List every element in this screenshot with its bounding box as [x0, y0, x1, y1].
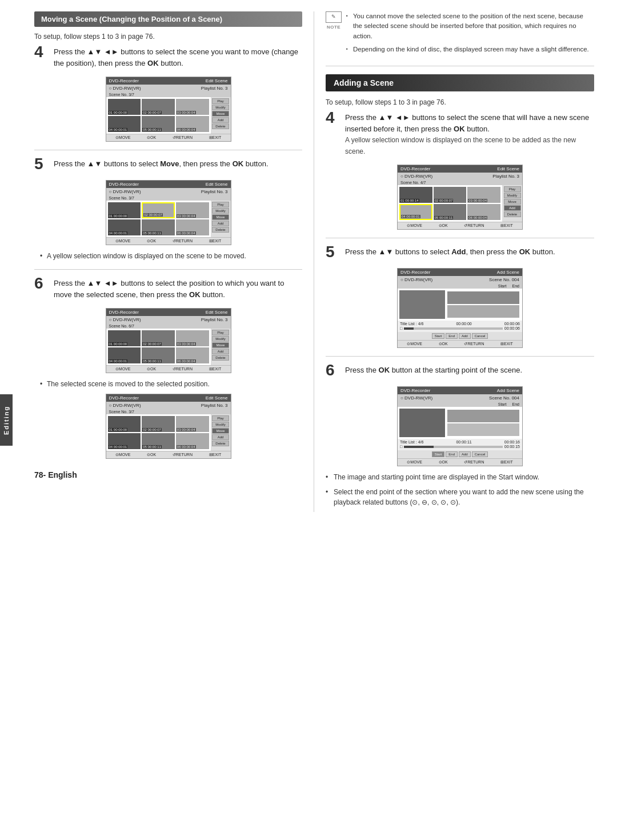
thumb3: 03 00:00:04 — [176, 99, 209, 115]
btn-cancel2[interactable]: Cancel — [472, 451, 488, 457]
screen2-sub: ○ DVD-RW(VR) Playlist No. 3 — [106, 188, 231, 195]
left-section-header-text: Moving a Scene (Changing the Position of… — [41, 15, 222, 23]
btn-end2[interactable]: End — [446, 451, 458, 457]
btn-add2[interactable]: Add — [459, 451, 471, 457]
left-step4-number: 4 — [34, 44, 50, 60]
thumb2: 02 00:00:07 — [142, 99, 175, 115]
right-step4: 4 Press the ▲▼ ◄► buttons to select the … — [326, 112, 594, 157]
left-step6-text: Press the ▲▼ ◄► buttons to select the po… — [54, 278, 302, 300]
screen2-footer: ⊙MOVE ⊙OK ↺RETURN ⊞EXIT — [106, 237, 231, 245]
add-scene-screen1: DVD-Recorder Add Scene ○ DVD-RW(VR) Scen… — [397, 268, 523, 348]
note-icon-container: ✎ NOTE — [326, 11, 342, 31]
right-step4-number: 4 — [326, 110, 342, 126]
right-divider2 — [326, 238, 594, 238]
left-step5-number: 5 — [34, 156, 50, 172]
btn-delete: Delete — [212, 123, 229, 129]
right-setup-text: To setup, follow steps 1 to 3 in page 76… — [326, 98, 594, 106]
right-divider3 — [326, 356, 594, 357]
btn-move: Move — [212, 111, 229, 117]
left-bullet2: The selected scene is moved to the selec… — [40, 379, 302, 389]
editing-tab: Editing — [0, 394, 13, 446]
btn-cancel1[interactable]: Cancel — [472, 333, 488, 339]
progress-bar1 — [404, 327, 503, 330]
btn-end1[interactable]: End — [446, 333, 458, 339]
thumb6: 06 00:00:04 — [176, 116, 209, 132]
add-scene-screen2: DVD-Recorder Add Scene ○ DVD-RW(VR) Scen… — [397, 386, 523, 466]
right-step4-sub: A yellow selection window is displayed o… — [345, 136, 576, 155]
right-step5: 5 Press the ▲▼ buttons to select Add, th… — [326, 246, 594, 260]
btn-add: Add — [212, 117, 229, 123]
btn-start1[interactable]: Start — [432, 333, 445, 339]
adding-scene-header-text: Adding a Scene — [334, 78, 394, 87]
screen2-header: DVD-Recorder Edit Scene — [106, 181, 231, 188]
side-tab-label: Editing — [3, 405, 10, 434]
divider2 — [34, 269, 302, 270]
right-divider1 — [326, 66, 594, 66]
btn-add1[interactable]: Add — [459, 333, 471, 339]
right-step6: 6 Press the OK button at the starting po… — [326, 365, 594, 378]
page-number: 78- English — [34, 470, 77, 479]
screen1-sub: ○ DVD-RW(VR) Playlist No. 3 — [106, 85, 231, 92]
note-label: NOTE — [326, 24, 342, 31]
add-thumb-main — [399, 290, 445, 319]
left-step6: 6 Press the ▲▼ ◄► buttons to select the … — [34, 278, 302, 300]
add-thumb-main2 — [399, 409, 445, 437]
left-step4-text: Press the ▲▼ ◄► buttons to select the sc… — [54, 46, 302, 69]
right-step4-text: Press the ▲▼ ◄► buttons to select the sc… — [345, 112, 594, 157]
left-step5: 5 Press the ▲▼ buttons to select Move, t… — [34, 158, 302, 172]
btn-modify: Modify — [212, 105, 229, 110]
left-step5-text: Press the ▲▼ buttons to select Move, the… — [54, 158, 302, 170]
page-number-line: 78- English — [34, 470, 302, 479]
note-box: ✎ NOTE You cannot move the selected scen… — [326, 11, 594, 58]
btn-start2[interactable]: Start — [432, 451, 445, 457]
note-text: You cannot move the selected scene to th… — [346, 11, 594, 58]
progress-bar2 — [404, 446, 503, 448]
right-step6-text: Press the OK button at the starting poin… — [345, 365, 594, 376]
left-screen2: DVD-Recorder Edit Scene ○ DVD-RW(VR) Pla… — [106, 180, 231, 245]
left-screen4: DVD-Recorder Edit Scene ○ DVD-RW(VR) Pla… — [106, 394, 231, 459]
left-section-header: Moving a Scene (Changing the Position of… — [34, 11, 302, 27]
thumb1: 01 00:00:00 — [108, 99, 141, 115]
right-column: ✎ NOTE You cannot move the selected scen… — [314, 11, 594, 512]
thumb4: 04 00:00:01 — [108, 116, 141, 132]
left-step4: 4 Press the ▲▼ ◄► buttons to select the … — [34, 46, 302, 69]
right-step6-number: 6 — [326, 362, 342, 378]
bottom-note2: Select the end point of the section wher… — [326, 487, 594, 507]
right-step5-text: Press the ▲▼ buttons to select Add, then… — [345, 246, 594, 258]
btn-play: Play — [212, 98, 229, 104]
right-step5-number: 5 — [326, 244, 342, 260]
note-symbol: ✎ — [326, 11, 342, 23]
right-screen1: DVD-Recorder Edit Scene ○ DVD-RW(VR) Pla… — [397, 165, 523, 230]
left-setup-text: To setup, follow steps 1 to 3 in page 76… — [34, 33, 302, 41]
left-screen3: DVD-Recorder Edit Scene ○ DVD-RW(VR) Pla… — [106, 308, 231, 373]
adding-scene-header: Adding a Scene — [326, 74, 594, 91]
screen1-footer: ⊙MOVE ⊙OK ↺RETURN ⊞EXIT — [106, 134, 231, 141]
note-item1: You cannot move the selected scene to th… — [346, 11, 594, 41]
thumb5: 05 00:00:11 — [142, 116, 175, 132]
left-screen1: DVD-Recorder Edit Scene ○ DVD-RW(VR) Pla… — [106, 77, 231, 142]
left-bullet1: A yellow selection window is displayed o… — [40, 251, 302, 261]
divider1 — [34, 150, 302, 150]
left-column: Moving a Scene (Changing the Position of… — [34, 11, 314, 512]
note-item2: Depending on the kind of disc, the displ… — [346, 45, 594, 54]
left-step6-number: 6 — [34, 275, 50, 291]
bottom-note1: The image and starting point time are di… — [326, 472, 594, 482]
screen1-header: DVD-Recorder Edit Scene — [106, 77, 231, 85]
